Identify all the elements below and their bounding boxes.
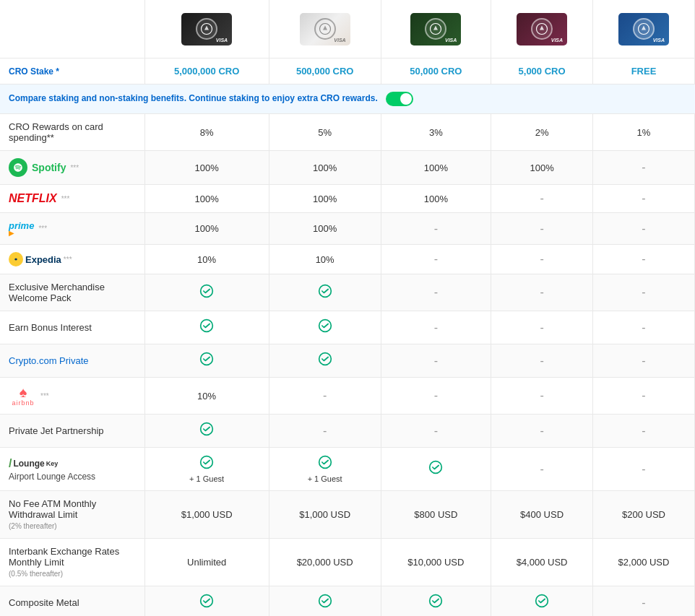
card-logo-obsidian [196, 18, 217, 40]
value-cell [144, 311, 269, 344]
dash: - [434, 222, 438, 235]
dash: - [642, 597, 645, 609]
value-cell: 1% [593, 114, 695, 151]
value-cell: 100% [381, 185, 491, 213]
plus-guest-obsidian: + 1 Guest [189, 474, 224, 483]
dash: - [642, 321, 645, 334]
dash: - [434, 321, 438, 334]
value-cell: 10% [144, 378, 269, 415]
value-cell: Unlimited [144, 539, 269, 586]
value-cell [144, 415, 269, 448]
cro-amount-free: FREE [631, 66, 657, 77]
value-cell [269, 274, 381, 311]
spotify-icon [9, 158, 27, 177]
value-cell: - [381, 245, 491, 274]
value: $800 USD [414, 509, 457, 520]
value: 10% [197, 391, 216, 402]
empty-header [0, 0, 144, 58]
dash: - [323, 425, 327, 437]
feature-label-merch: Exclusive Merchandise Welcome Pack [0, 274, 144, 311]
check-icon [318, 321, 332, 336]
value-cell-lounge-royal [381, 448, 491, 491]
check-icon [199, 355, 214, 369]
value-cell: - [593, 344, 695, 378]
dash: - [642, 253, 645, 265]
card-logo-icy [314, 18, 336, 40]
check-icon [199, 425, 214, 439]
lounge-check-plus-icy: + 1 Guest [275, 455, 375, 483]
amount-icy: 500,000 CRO [269, 58, 381, 84]
airbnb-feature: ♠ airbnb *** [9, 385, 139, 407]
feature-label-jet: Private Jet Partnership [0, 415, 144, 448]
interbank-text: Interbank Exchange Rates Monthly Limit [9, 546, 119, 568]
value-cell: - [593, 415, 695, 448]
value-cell: - [593, 185, 695, 213]
value-cell: - [593, 213, 695, 245]
value: 100% [194, 162, 218, 173]
spotify-stars: *** [70, 164, 79, 172]
card-icy: VISA [300, 13, 350, 45]
value-cell: - [491, 311, 593, 344]
dash: - [434, 425, 438, 437]
lounge-key-logo: / Lounge Key [9, 457, 58, 470]
table-row: Private Jet Partnership - - - - [0, 415, 695, 448]
value-cell: 100% [269, 213, 381, 245]
dash: - [642, 192, 645, 204]
table-row: Expedia *** 10% 10% - - - [0, 245, 695, 274]
card-logo-jade [531, 18, 553, 40]
value-cell: 2% [491, 114, 593, 151]
check-icon [535, 597, 549, 611]
spotify-text: Spotify [32, 162, 66, 173]
value: 10% [316, 254, 334, 265]
airbnb-logo-container: ♠ airbnb [9, 385, 38, 407]
cro-amount-icy: 500,000 CRO [296, 62, 354, 77]
airport-lounge-text: Airport Lounge Access [9, 472, 95, 482]
main-container: VISA VISA [0, 0, 695, 616]
value: 100% [424, 162, 448, 173]
value-cell: - [491, 378, 593, 415]
comparison-table: VISA VISA [0, 0, 695, 616]
stake-label-cell: CRO Stake * [0, 58, 144, 84]
dash: - [540, 286, 543, 298]
stake-amounts-row: CRO Stake * 5,000,000 CRO 500,000 CRO 50… [0, 58, 695, 84]
table-row: Spotify *** 100% 100% 100% 100% - [0, 151, 695, 185]
dash: - [434, 389, 438, 402]
value: $1,000 USD [299, 509, 350, 520]
lounge-check-plus-obsidian: + 1 Guest [151, 455, 263, 483]
card-blue: VISA [618, 13, 669, 45]
card-col-jade: VISA [491, 0, 593, 58]
check-icon [318, 355, 332, 369]
check-icon [318, 455, 332, 473]
value: 1% [637, 127, 651, 138]
staking-toggle[interactable] [386, 92, 413, 106]
dash: - [540, 463, 543, 475]
netflix-text: NETFLIX [9, 192, 57, 205]
airbnb-symbol: ♠ [20, 385, 27, 399]
crypto-private-link[interactable]: Crypto.com Private [9, 355, 89, 366]
card-image-royal: VISA [385, 7, 488, 51]
value-cell [144, 274, 269, 311]
plus-guest-icy: + 1 Guest [308, 474, 342, 483]
atm-feature: No Fee ATM Monthly Withdrawal Limit (2% … [9, 498, 139, 531]
table-row: Exclusive Merchandise Welcome Pack - - - [0, 274, 695, 311]
dash: - [642, 463, 645, 475]
value-cell: $1,000 USD [144, 491, 269, 539]
feature-label-expedia: Expedia *** [0, 245, 144, 274]
value-cell: - [593, 378, 695, 415]
value-cell: - [491, 213, 593, 245]
value-cell: 100% [144, 213, 269, 245]
value-cell: 5% [269, 114, 381, 151]
jet-text: Private Jet Partnership [9, 425, 104, 436]
check-icon [199, 287, 214, 301]
airbnb-stars: *** [40, 392, 49, 400]
value-cell: - [491, 274, 593, 311]
card-image-row: VISA VISA [0, 0, 695, 58]
value: 2% [535, 127, 549, 138]
table-row: Interbank Exchange Rates Monthly Limit (… [0, 539, 695, 586]
feature-label-metal: Composite Metal [0, 586, 144, 617]
value-cell: - [381, 378, 491, 415]
table-row: Earn Bonus Interest - - - [0, 311, 695, 344]
check-icon [199, 597, 214, 611]
value-cell: 3% [381, 114, 491, 151]
lounge-feature: / Lounge Key Airport Lounge Access [9, 457, 139, 482]
